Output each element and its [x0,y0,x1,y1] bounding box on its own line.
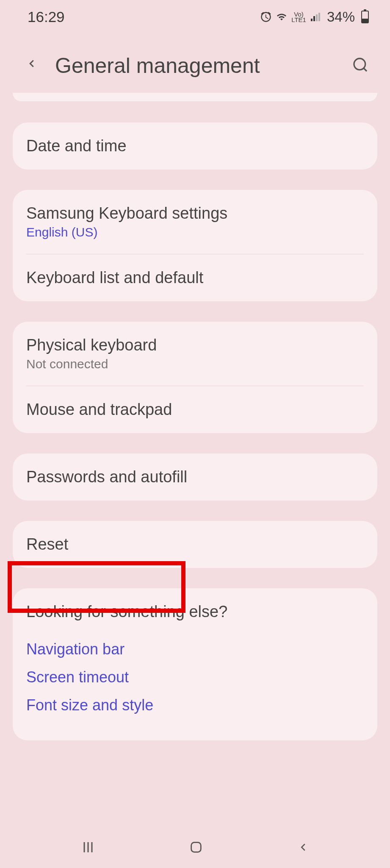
home-button[interactable] [180,832,212,864]
date-time-card: Date and time [13,122,377,170]
samsung-keyboard-subtitle: English (US) [26,225,364,239]
date-time-item[interactable]: Date and time [13,122,377,170]
mouse-trackpad-label: Mouse and trackpad [26,401,364,419]
chevron-left-icon [25,55,38,72]
samsung-keyboard-label: Samsung Keyboard settings [26,204,364,223]
status-right: Vo) LTE1 34% [260,9,369,25]
physical-keyboard-item[interactable]: Physical keyboard Not connected [13,322,377,386]
status-icons: Vo) LTE1 [260,11,321,23]
samsung-keyboard-item[interactable]: Samsung Keyboard settings English (US) [13,190,377,254]
physical-keyboard-subtitle: Not connected [26,357,364,371]
svg-point-0 [354,58,365,70]
scroll-indicator [13,93,377,101]
keyboard-list-label: Keyboard list and default [26,269,364,287]
reset-item[interactable]: Reset [13,521,377,568]
volte-icon: Vo) LTE1 [291,11,306,23]
chevron-left-icon [297,840,310,855]
passwords-autofill-label: Passwords and autofill [26,468,364,486]
navigation-bar [0,828,390,868]
screen-timeout-link[interactable]: Screen timeout [26,663,364,691]
reset-card: Reset [13,521,377,568]
navigation-bar-link[interactable]: Navigation bar [26,635,364,663]
font-size-link[interactable]: Font size and style [26,691,364,719]
physical-keyboard-label: Physical keyboard [26,336,364,354]
back-nav-button[interactable] [288,831,318,865]
alarm-icon [260,11,272,23]
date-time-label: Date and time [26,137,364,155]
passwords-card: Passwords and autofill [13,453,377,501]
battery-percent: 34% [327,9,355,25]
related-title: Looking for something else? [26,603,364,621]
recents-button[interactable] [72,831,104,865]
back-button[interactable] [21,51,42,80]
page-title: General management [55,53,335,78]
status-time: 16:29 [28,8,65,25]
signal-icon [310,12,321,22]
wifi-icon [275,12,288,22]
battery-icon [361,11,369,23]
content-area: Date and time Samsung Keyboard settings … [0,93,390,740]
passwords-autofill-item[interactable]: Passwords and autofill [13,453,377,501]
page-header: General management [0,30,390,93]
keyboard-list-item[interactable]: Keyboard list and default [13,254,377,301]
status-bar: 16:29 Vo) LTE1 34% [0,0,390,30]
recents-icon [80,840,96,855]
mouse-trackpad-item[interactable]: Mouse and trackpad [13,386,377,433]
related-section: Looking for something else? Navigation b… [13,588,377,740]
search-icon [352,56,369,73]
input-card: Physical keyboard Not connected Mouse an… [13,322,377,433]
search-button[interactable] [348,52,373,79]
reset-label: Reset [26,535,364,554]
svg-rect-4 [191,843,201,852]
keyboard-card: Samsung Keyboard settings English (US) K… [13,190,377,301]
home-icon [189,840,203,854]
